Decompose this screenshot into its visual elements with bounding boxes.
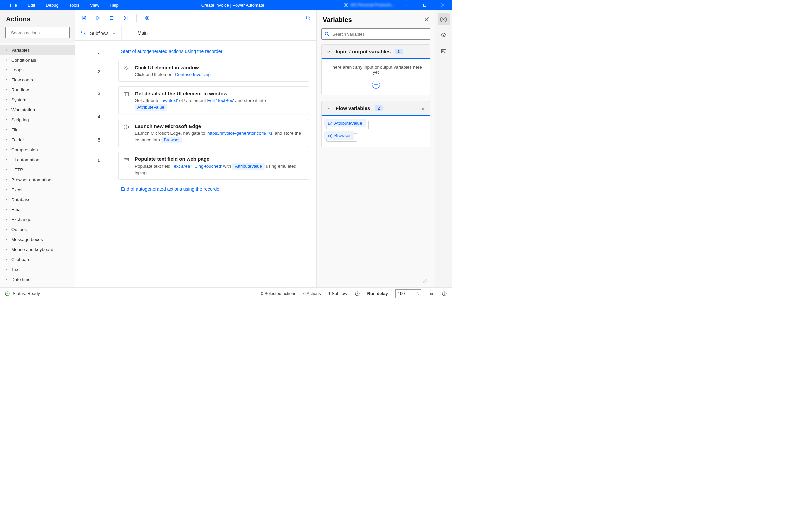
category-item[interactable]: Email	[0, 205, 75, 214]
category-item[interactable]: Browser automation	[0, 174, 75, 185]
eraser-icon[interactable]	[422, 278, 428, 284]
chevron-down-icon	[327, 49, 331, 54]
variables-search-input[interactable]	[332, 32, 427, 37]
step-link[interactable]: 'https://invoice-generator.com/#/1'	[206, 131, 273, 136]
spin-down-icon[interactable]	[416, 293, 419, 296]
category-item[interactable]: Date time	[0, 274, 75, 284]
actions-search[interactable]	[5, 27, 70, 38]
chevron-right-icon	[5, 148, 8, 151]
category-item[interactable]: Clipboard	[0, 254, 75, 264]
flow-variables-header[interactable]: Flow variables 2	[322, 101, 430, 116]
environment-picker[interactable]: MS Personal Productiv...	[342, 2, 396, 8]
category-item[interactable]: Text	[0, 264, 75, 274]
images-rail-button[interactable]	[438, 45, 449, 57]
category-item[interactable]: Run flow	[0, 85, 75, 95]
minimize-button[interactable]	[399, 0, 414, 10]
category-label: Clipboard	[11, 257, 31, 262]
variables-panel-title: Variables	[323, 16, 352, 24]
save-button[interactable]	[78, 12, 90, 24]
step-desc: Launch Microsoft Edge, navigate to	[135, 131, 206, 136]
category-item[interactable]: Folder	[0, 135, 75, 145]
category-item[interactable]: Variables	[0, 45, 75, 55]
category-item[interactable]: Outlook	[0, 225, 75, 234]
recorder-start-comment[interactable]: Start of autogenerated actions using the…	[118, 46, 309, 56]
menu-tools[interactable]: Tools	[64, 1, 85, 10]
subflow-bar: Subflows Main	[75, 26, 316, 41]
variable-chip[interactable]: AttributeValue	[135, 104, 167, 111]
category-item[interactable]: Compression	[0, 145, 75, 155]
category-item[interactable]: Database	[0, 194, 75, 205]
info-icon[interactable]	[442, 291, 447, 296]
variables-search[interactable]	[322, 28, 430, 40]
variable-chip[interactable]: AttributeValue	[232, 163, 264, 170]
close-button[interactable]	[435, 0, 450, 10]
category-item[interactable]: Mouse and keyboard	[0, 244, 75, 254]
menu-file[interactable]: File	[5, 1, 22, 10]
category-item[interactable]: Conditionals	[0, 55, 75, 65]
step-link[interactable]: Edit 'TextBox'	[207, 98, 234, 103]
stop-button[interactable]	[106, 12, 118, 24]
step-click-ui-element[interactable]: Click UI element in window Click on UI e…	[118, 60, 309, 82]
category-label: File	[11, 127, 19, 132]
category-label: Exchange	[11, 217, 31, 222]
canvas-search-button[interactable]	[300, 10, 316, 25]
category-item[interactable]: Scripting	[0, 115, 75, 125]
category-label: Message boxes	[11, 237, 43, 242]
category-item[interactable]: Exchange	[0, 214, 75, 225]
category-item[interactable]: Flow control	[0, 75, 75, 85]
variables-panel: Variables Input / output variables	[317, 10, 435, 287]
run-next-button[interactable]	[120, 12, 132, 24]
menu-help[interactable]: Help	[105, 1, 124, 10]
record-button[interactable]	[142, 12, 153, 24]
step-launch-edge[interactable]: Launch new Microsoft Edge Launch Microso…	[118, 119, 309, 147]
menu-debug[interactable]: Debug	[40, 1, 63, 10]
add-io-variable-button[interactable]	[372, 81, 380, 89]
designer-canvas: Subflows Main 1 2 3 4 5 6 Start of autog…	[75, 10, 316, 287]
flow-variable[interactable]: (x)AttributeValue	[327, 121, 369, 129]
category-item[interactable]: Excel	[0, 185, 75, 194]
io-variables-header[interactable]: Input / output variables 0	[322, 44, 430, 59]
category-item[interactable]: HTTP	[0, 165, 75, 174]
step-link[interactable]: Contoso Invoicing	[175, 72, 210, 77]
run-delay-input[interactable]	[396, 289, 421, 298]
subflows-dropdown[interactable]: Subflows	[75, 26, 122, 40]
run-delay-value[interactable]	[398, 291, 411, 296]
category-label: Loops	[11, 68, 24, 73]
category-item[interactable]: Loops	[0, 65, 75, 75]
svg-point-36	[444, 292, 445, 293]
step-desc: with	[222, 164, 233, 169]
run-button[interactable]	[92, 12, 104, 24]
plus-icon	[374, 83, 378, 87]
tab-main[interactable]: Main	[122, 26, 164, 40]
actions-search-input[interactable]	[11, 30, 67, 35]
category-label: Variables	[11, 48, 30, 53]
flow-variable[interactable]: (x)Browser	[327, 133, 357, 141]
category-item[interactable]: UI automation	[0, 155, 75, 165]
chevron-right-icon	[5, 238, 8, 241]
clock-icon	[355, 291, 360, 296]
chevron-right-icon	[5, 128, 8, 131]
category-item[interactable]: System	[0, 95, 75, 105]
maximize-button[interactable]	[417, 0, 432, 10]
ui-elements-rail-button[interactable]	[438, 29, 449, 41]
menu-view[interactable]: View	[85, 1, 105, 10]
menu-edit[interactable]: Edit	[22, 1, 40, 10]
category-item[interactable]: Workstation	[0, 105, 75, 115]
category-item[interactable]: Message boxes	[0, 234, 75, 244]
step-get-details[interactable]: Get details of the UI element in window …	[118, 87, 309, 114]
close-variables-button[interactable]	[424, 17, 429, 23]
recorder-end-comment[interactable]: End of autogenerated actions using the r…	[118, 184, 309, 193]
actions-category-list[interactable]: VariablesConditionalsLoopsFlow controlRu…	[0, 43, 75, 287]
layers-icon	[441, 32, 446, 38]
step-populate-text[interactable]: Abc Populate text field on web page Popu…	[118, 152, 309, 179]
step-link[interactable]: Text area ' ... ng-touched'	[172, 164, 222, 169]
io-variables-count: 0	[396, 49, 403, 54]
variables-rail-button[interactable]: {x}	[438, 13, 449, 25]
filter-icon[interactable]	[421, 106, 425, 111]
chevron-right-icon	[5, 68, 8, 72]
chevron-right-icon	[5, 248, 8, 251]
step-desc: Click on UI element	[135, 72, 175, 77]
category-item[interactable]: File	[0, 125, 75, 135]
variable-chip[interactable]: Browser	[161, 137, 183, 143]
svg-point-25	[326, 32, 328, 35]
